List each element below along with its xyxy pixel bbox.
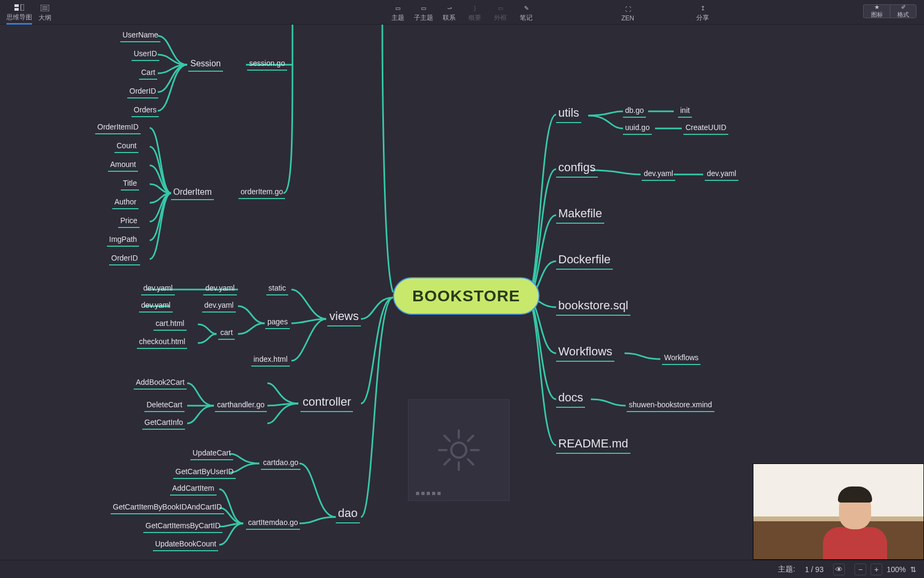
node-db-go[interactable]: db.go	[623, 105, 646, 118]
btn-topic[interactable]: ▭主题	[385, 0, 411, 25]
node-static-deva[interactable]: dev.yaml	[203, 283, 237, 295]
node-addbook2cart[interactable]: AddBook2Cart	[134, 377, 187, 390]
mindmap-icon	[14, 3, 24, 12]
tab-outline-label: 大纲	[38, 13, 51, 22]
node-getcartinfo[interactable]: GetCartInfo	[142, 417, 185, 430]
node-addcartitem[interactable]: AddCartItem	[170, 483, 217, 496]
note-icon: ✎	[524, 4, 529, 12]
node-getcartitemsbycartid[interactable]: GetCartItemsByCartID	[143, 520, 222, 533]
node-uuid-go[interactable]: uuid.go	[623, 122, 652, 135]
svg-rect-1	[14, 8, 19, 11]
svg-rect-3	[41, 5, 49, 11]
node-orderitem-file[interactable]: orderItem.go	[238, 186, 285, 199]
node-orderitem-c4[interactable]: Author	[112, 196, 138, 209]
zoom-out-button[interactable]: −	[854, 564, 866, 575]
node-views[interactable]: views	[327, 308, 361, 326]
node-orderitem-c7[interactable]: OrderID	[109, 253, 140, 265]
boundary-icon: ▭	[498, 4, 503, 12]
brush-icon: ✐	[901, 4, 906, 11]
node-carthandler[interactable]: carthandler.go	[215, 399, 267, 412]
node-session-child-2[interactable]: Cart	[139, 67, 157, 80]
node-docs-child[interactable]: shuwen-bookstore.xmind	[627, 399, 714, 412]
zoom-stepper-icon[interactable]: ⇅	[910, 565, 917, 574]
node-static[interactable]: static	[266, 283, 288, 295]
zoom-in-button[interactable]: +	[871, 564, 882, 575]
node-orderitem-c3[interactable]: Title	[121, 178, 139, 191]
node-pages[interactable]: pages	[265, 316, 290, 329]
node-index-html[interactable]: index.html	[251, 354, 290, 367]
btn-note[interactable]: ✎笔记	[513, 0, 539, 25]
node-configs-file[interactable]: dev.yaml	[642, 168, 675, 181]
node-dockerfile[interactable]: Dockerfile	[556, 252, 613, 270]
root-node[interactable]: BOOKSTORE	[393, 277, 540, 315]
status-bar: 主题: 1 / 93 👁 − + 100% ⇅	[0, 560, 924, 578]
mindmap-canvas[interactable]: BOOKSTORE utils db.go init uuid.go Creat…	[0, 25, 924, 560]
svg-rect-0	[14, 4, 19, 7]
node-session-child-4[interactable]: Orders	[132, 104, 159, 117]
node-init[interactable]: init	[678, 105, 692, 118]
node-makefile[interactable]: Makefile	[556, 206, 604, 224]
zoom-value: 100%	[887, 565, 906, 574]
node-orderitem-c5[interactable]: Price	[118, 215, 140, 228]
node-workflows-child[interactable]: Workflows	[662, 352, 700, 365]
node-getcartbyuserid[interactable]: GetCartByUserID	[173, 466, 236, 479]
tab-mindmap-label: 思维导图	[6, 13, 32, 22]
share-icon: ↥	[700, 4, 705, 12]
btn-share[interactable]: ↥分享	[690, 0, 715, 25]
node-deletecart[interactable]: DeleteCart	[144, 399, 184, 412]
zen-icon: ⛶	[625, 5, 631, 13]
node-getcartitembybookid[interactable]: GetCartItemByBookIDAndCartID	[111, 501, 224, 514]
node-cart[interactable]: cart	[218, 327, 235, 340]
btn-subtopic[interactable]: ▭子主题	[411, 0, 436, 25]
node-orderitem-c6[interactable]: ImgPath	[107, 234, 139, 247]
node-session[interactable]: Session	[188, 58, 223, 72]
node-readme[interactable]: README.md	[556, 436, 630, 454]
toggle-visibility[interactable]: 👁	[833, 564, 845, 575]
node-checkout-html[interactable]: checkout.html	[137, 336, 187, 349]
node-pages-devc[interactable]: dev.yaml	[202, 300, 236, 313]
node-cartitemdao[interactable]: cartItemdao.go	[246, 517, 300, 530]
node-docs[interactable]: docs	[556, 390, 585, 408]
subtopic-icon: ▭	[421, 4, 426, 12]
status-topic-label: 主题:	[778, 565, 795, 574]
node-createuuid[interactable]: CreateUUID	[683, 122, 728, 135]
star-icon: ★	[874, 4, 880, 11]
node-configs[interactable]: configs	[556, 159, 598, 178]
svg-line-12	[468, 459, 473, 465]
tab-mindmap[interactable]: 思维导图	[6, 0, 32, 25]
relation-icon: ⤻	[447, 4, 452, 12]
node-orderitem-c2[interactable]: Amount	[108, 159, 138, 172]
node-orderitem-c0[interactable]: OrderItemID	[95, 121, 141, 134]
btn-summary[interactable]: }概要	[462, 0, 488, 25]
btn-format-panel[interactable]: ✐格式	[890, 4, 917, 18]
node-static-devb[interactable]: dev.yaml	[141, 283, 175, 295]
btn-zen[interactable]: ⛶ZEN	[615, 0, 641, 25]
node-session-file[interactable]: session.go	[247, 58, 287, 71]
node-cartdao[interactable]: cartdao.go	[261, 457, 301, 470]
node-session-child-1[interactable]: UserID	[132, 48, 159, 61]
node-orderitem-c1[interactable]: Count	[114, 140, 138, 153]
node-orderitem[interactable]: OrderItem	[171, 186, 214, 200]
topic-icon: ▭	[395, 4, 401, 12]
node-cart-html[interactable]: cart.html	[153, 318, 187, 331]
status-topic-count: 1 / 93	[805, 565, 823, 574]
btn-icons-panel[interactable]: ★图标	[863, 4, 890, 18]
node-controller[interactable]: controller	[301, 394, 353, 412]
toolbar: 思维导图 大纲 ▭主题 ▭子主题 ⤻联系 }概要 ▭外框 ✎笔记 ⛶ZEN ↥分…	[0, 0, 924, 25]
svg-line-11	[444, 436, 450, 441]
node-dao[interactable]: dao	[336, 505, 360, 523]
tab-outline[interactable]: 大纲	[32, 0, 58, 25]
node-workflows[interactable]: Workflows	[556, 344, 614, 362]
node-updatecart[interactable]: UpdateCart	[190, 447, 233, 460]
node-session-child-3[interactable]: OrderID	[127, 86, 158, 98]
btn-relation[interactable]: ⤻联系	[436, 0, 462, 25]
node-utils[interactable]: utils	[556, 105, 581, 123]
node-configs-val[interactable]: dev.yaml	[705, 168, 738, 181]
node-sql[interactable]: bookstore.sql	[556, 298, 630, 316]
node-session-child-0[interactable]: UserName	[120, 29, 160, 42]
node-updatebookcount[interactable]: UpdateBookCount	[153, 538, 218, 551]
node-pages-devd[interactable]: dev.yaml	[139, 300, 173, 313]
theme-thumbnail	[408, 399, 510, 501]
sun-icon	[435, 426, 483, 474]
btn-boundary[interactable]: ▭外框	[488, 0, 513, 25]
